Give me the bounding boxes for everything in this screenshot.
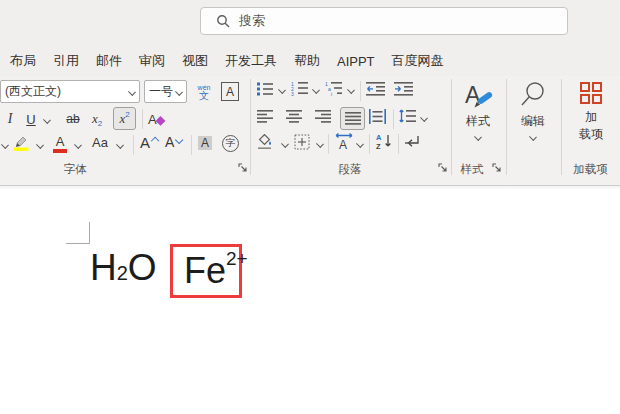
divider — [393, 109, 394, 129]
divider — [398, 134, 399, 154]
character-scaling-button[interactable]: A — [334, 132, 354, 150]
dialog-launcher-icon — [238, 163, 248, 173]
add-ins-label-line1: 加 — [585, 110, 597, 126]
dialog-launcher-icon — [492, 163, 502, 173]
character-border-button[interactable]: A — [221, 82, 239, 101]
shading-button[interactable] — [257, 134, 274, 150]
tab-help[interactable]: 帮助 — [294, 52, 320, 70]
italic-button[interactable]: I — [3, 109, 17, 129]
superscript-button[interactable]: x 2 — [113, 107, 136, 130]
tab-layout[interactable]: 布局 — [10, 52, 36, 70]
document-canvas[interactable]: H 2 O Fe 2+ — [0, 186, 620, 414]
align-right-button[interactable] — [315, 110, 331, 123]
shrink-font-button[interactable]: A — [165, 134, 180, 150]
title-bar: 搜索 — [0, 0, 620, 46]
borders-chevron[interactable] — [316, 140, 324, 148]
ribbon-tab-row: 布局 引用 邮件 审阅 视图 开发工具 帮助 AIPPT 百度网盘 — [0, 46, 620, 76]
highlight-color-button[interactable] — [13, 134, 30, 151]
change-case-chevron[interactable] — [116, 141, 124, 149]
svg-text:3: 3 — [291, 91, 294, 96]
tab-mailings[interactable]: 邮件 — [96, 52, 122, 70]
chevron-down-icon — [474, 133, 482, 141]
bullets-chevron[interactable] — [278, 86, 286, 94]
add-ins-button[interactable]: 加 载项 — [566, 82, 616, 141]
character-scaling-icon: A — [334, 132, 354, 150]
align-center-icon — [286, 110, 302, 123]
numbering-chevron[interactable] — [312, 86, 320, 94]
styles-group-label: 样式 — [452, 162, 492, 177]
multilevel-chevron[interactable] — [347, 86, 355, 94]
clear-formatting-button[interactable]: A — [148, 109, 164, 129]
underline-dropdown-chevron[interactable] — [43, 116, 51, 124]
phonetic-guide-icon: wén 文 — [198, 84, 211, 101]
align-center-button[interactable] — [286, 110, 302, 123]
increase-indent-button[interactable] — [394, 82, 413, 96]
tab-aippt[interactable]: AIPPT — [337, 54, 375, 69]
font-dialog-launcher[interactable] — [238, 163, 248, 173]
font-color-button[interactable]: A — [53, 135, 67, 153]
character-shading-button[interactable]: A — [198, 136, 212, 150]
numbering-button[interactable]: 1 2 3 — [291, 81, 308, 96]
increase-indent-icon — [394, 82, 413, 96]
decrease-indent-button[interactable] — [366, 82, 385, 96]
editing-button-label: 编辑 — [521, 113, 545, 130]
distribute-text-button[interactable] — [369, 109, 386, 124]
distribute-text-icon — [369, 109, 386, 124]
line-spacing-button[interactable] — [399, 109, 416, 123]
borders-button[interactable] — [294, 134, 310, 150]
tab-view[interactable]: 视图 — [182, 52, 208, 70]
tab-references[interactable]: 引用 — [53, 52, 79, 70]
multilevel-list-icon: 1 a i — [325, 81, 343, 96]
chevron-down-icon — [128, 88, 136, 96]
line-spacing-chevron[interactable] — [420, 114, 428, 122]
strikethrough-button[interactable]: ab — [64, 109, 82, 129]
divider — [133, 135, 134, 155]
editing-button[interactable]: 编辑 — [510, 81, 556, 140]
highlight-dropdown-chevron[interactable] — [36, 141, 44, 149]
add-ins-group-label: 加载项 — [561, 162, 620, 177]
font-size-combobox[interactable]: 一号 — [144, 80, 187, 103]
bullets-button[interactable] — [257, 82, 273, 96]
font-size-value: 一号 — [149, 83, 173, 100]
enclose-characters-button[interactable]: 字 — [222, 135, 239, 152]
font-group-label: 字体 — [40, 162, 110, 177]
phonetic-guide-button[interactable]: wén 文 — [193, 81, 215, 103]
paragraph-group-label: 段落 — [322, 162, 378, 177]
tab-developer[interactable]: 开发工具 — [225, 52, 277, 70]
shading-chevron[interactable] — [281, 140, 289, 148]
styles-button-label: 样式 — [466, 113, 490, 130]
divider — [360, 81, 361, 101]
svg-text:i: i — [331, 91, 332, 96]
grow-font-button[interactable]: A — [140, 134, 156, 151]
font-color-dropdown-chevron[interactable] — [74, 141, 82, 149]
boxed-formula-base: Fe — [184, 253, 226, 289]
justify-button[interactable] — [340, 107, 365, 130]
styles-button[interactable]: A 样式 — [455, 81, 501, 140]
paragraph-dialog-launcher[interactable] — [438, 163, 448, 173]
font-name-combobox[interactable]: (西文正文) — [0, 80, 140, 103]
line-spacing-icon — [399, 109, 416, 123]
sort-button[interactable]: A Z — [376, 133, 393, 149]
divider — [369, 134, 370, 154]
dialog-launcher-icon — [438, 163, 448, 173]
tab-baidu-netdisk[interactable]: 百度网盘 — [392, 52, 444, 70]
boxed-formula-superscript: 2+ — [226, 248, 248, 270]
formula-tail: O — [128, 248, 157, 289]
formula-base: H — [90, 248, 117, 289]
character-scaling-chevron[interactable] — [356, 140, 364, 148]
group-separator — [506, 79, 507, 175]
tab-review[interactable]: 审阅 — [139, 52, 165, 70]
align-left-button[interactable] — [257, 110, 273, 123]
align-left-icon — [257, 110, 273, 123]
text-effects-chevron[interactable] — [1, 141, 9, 149]
search-input[interactable]: 搜索 — [200, 7, 568, 35]
subscript-button[interactable]: x 2 — [92, 109, 102, 129]
divider — [191, 135, 192, 155]
multilevel-list-button[interactable]: 1 a i — [325, 81, 343, 96]
character-border-icon: A — [221, 82, 239, 101]
chevron-down-icon — [175, 88, 183, 96]
show-hide-marks-button[interactable] — [404, 134, 421, 149]
underline-button[interactable]: U — [24, 109, 38, 129]
change-case-button[interactable]: Aa — [92, 135, 108, 150]
styles-dialog-launcher[interactable] — [492, 163, 502, 173]
